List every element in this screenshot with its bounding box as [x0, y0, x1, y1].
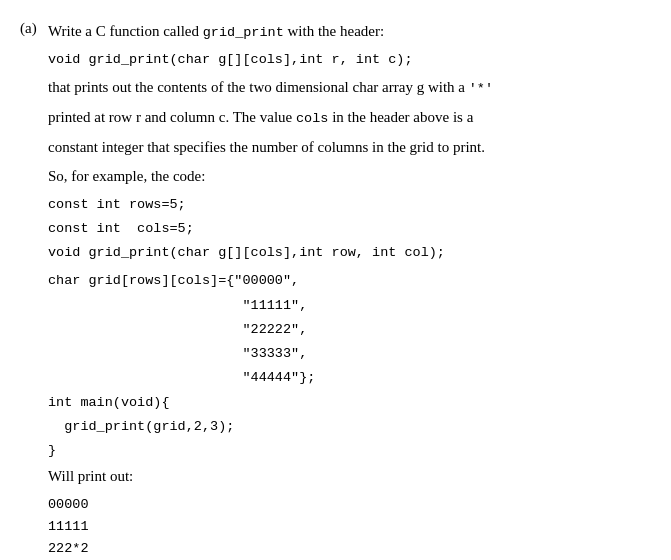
- function-name-inline: grid_print: [203, 25, 284, 40]
- intro-paragraph: Write a C function called grid_print wit…: [48, 20, 641, 44]
- intro-text: Write a C function called: [48, 23, 203, 39]
- code-line-1: const int rows=5;: [48, 195, 641, 215]
- intro-end: with the header:: [284, 23, 384, 39]
- description-paragraph-3: constant integer that specifies the numb…: [48, 136, 641, 159]
- main-line-3: }: [48, 441, 641, 461]
- main-line-2: grid_print(grid,2,3);: [48, 417, 641, 437]
- output-line-2: 11111: [48, 517, 641, 537]
- code-line-3: void grid_print(char g[][cols],int row, …: [48, 243, 641, 263]
- star-char: '*': [469, 81, 493, 96]
- page-wrapper: (a) Write a C function called grid_print…: [20, 20, 641, 560]
- desc2-text: printed at row r and column c. The value: [48, 109, 296, 125]
- cols-word: cols: [296, 111, 328, 126]
- description-paragraph-4: So, for example, the code:: [48, 165, 641, 188]
- output-line-3: 222*2: [48, 539, 641, 559]
- array-line-5: "44444"};: [48, 368, 641, 388]
- question-content: Write a C function called grid_print wit…: [48, 20, 641, 560]
- will-print-label: Will print out:: [48, 465, 641, 488]
- header-line: void grid_print(char g[][cols],int r, in…: [48, 50, 641, 70]
- code-line-2: const int cols=5;: [48, 219, 641, 239]
- question-label: (a): [20, 20, 48, 560]
- part-label: (a): [20, 20, 37, 36]
- array-line-2: "11111",: [48, 296, 641, 316]
- array-line-3: "22222",: [48, 320, 641, 340]
- desc1-text: that prints out the contents of the two …: [48, 79, 469, 95]
- array-line-4: "33333",: [48, 344, 641, 364]
- description-paragraph-1: that prints out the contents of the two …: [48, 76, 641, 100]
- question-block: (a) Write a C function called grid_print…: [20, 20, 641, 560]
- desc2-end: in the header above is a: [328, 109, 473, 125]
- description-paragraph-2: printed at row r and column c. The value…: [48, 106, 641, 130]
- output-line-1: 00000: [48, 495, 641, 515]
- array-line-1: char grid[rows][cols]={"00000",: [48, 271, 641, 291]
- main-line-1: int main(void){: [48, 393, 641, 413]
